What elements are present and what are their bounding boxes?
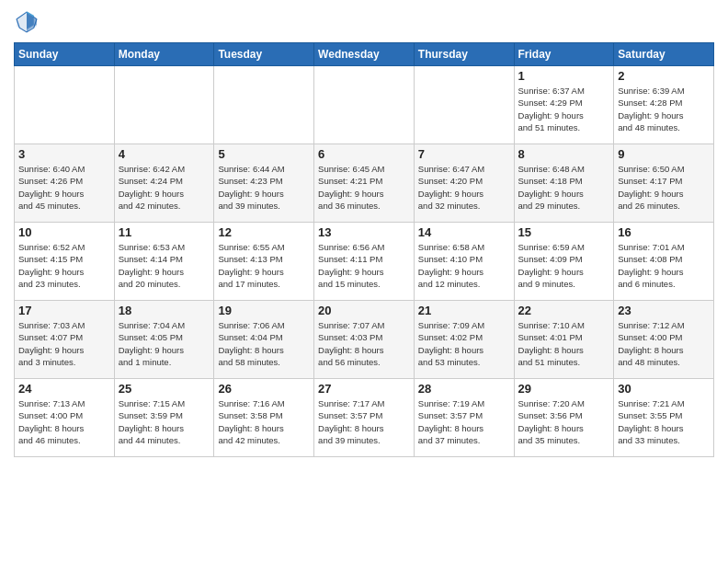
calendar-cell: 23Sunrise: 7:12 AM Sunset: 4:00 PM Dayli…	[614, 301, 714, 379]
day-number: 18	[119, 304, 210, 317]
day-number: 5	[218, 147, 310, 161]
calendar-cell: 4Sunrise: 6:42 AM Sunset: 4:24 PM Daylig…	[114, 144, 214, 223]
calendar-cell: 18Sunrise: 7:04 AM Sunset: 4:05 PM Dayli…	[114, 301, 214, 379]
calendar-cell: 7Sunrise: 6:47 AM Sunset: 4:20 PM Daylig…	[414, 144, 514, 223]
day-number: 20	[318, 304, 410, 317]
header-day-tuesday: Tuesday	[214, 43, 314, 66]
day-number: 6	[318, 147, 410, 161]
logo	[14, 9, 43, 35]
calendar-cell: 25Sunrise: 7:15 AM Sunset: 3:59 PM Dayli…	[114, 379, 214, 457]
calendar-cell: 17Sunrise: 7:03 AM Sunset: 4:07 PM Dayli…	[15, 301, 115, 379]
calendar-cell: 20Sunrise: 7:07 AM Sunset: 4:03 PM Dayli…	[314, 301, 415, 379]
day-info: Sunrise: 6:40 AM Sunset: 4:26 PM Dayligh…	[18, 163, 110, 212]
day-number: 19	[218, 304, 310, 317]
day-info: Sunrise: 6:44 AM Sunset: 4:23 PM Dayligh…	[218, 163, 310, 212]
day-info: Sunrise: 7:10 AM Sunset: 4:01 PM Dayligh…	[518, 319, 610, 368]
day-number: 13	[318, 225, 410, 239]
calendar-cell: 14Sunrise: 6:58 AM Sunset: 4:10 PM Dayli…	[414, 223, 514, 301]
day-number: 3	[18, 147, 110, 161]
calendar-header: SundayMondayTuesdayWednesdayThursdayFrid…	[15, 43, 714, 66]
day-number: 22	[518, 304, 610, 317]
header	[14, 9, 714, 35]
day-info: Sunrise: 7:06 AM Sunset: 4:04 PM Dayligh…	[218, 319, 310, 368]
day-number: 7	[418, 147, 510, 161]
day-number: 10	[18, 225, 110, 239]
day-info: Sunrise: 6:52 AM Sunset: 4:15 PM Dayligh…	[18, 241, 110, 290]
calendar-cell: 16Sunrise: 7:01 AM Sunset: 4:08 PM Dayli…	[614, 223, 714, 301]
day-number: 24	[18, 382, 110, 396]
day-info: Sunrise: 7:09 AM Sunset: 4:02 PM Dayligh…	[418, 319, 510, 368]
day-info: Sunrise: 6:50 AM Sunset: 4:17 PM Dayligh…	[618, 163, 710, 212]
day-number: 11	[119, 225, 210, 239]
calendar-cell	[214, 66, 314, 144]
day-number: 1	[518, 69, 610, 83]
day-info: Sunrise: 6:55 AM Sunset: 4:13 PM Dayligh…	[218, 241, 310, 290]
calendar-week-3: 17Sunrise: 7:03 AM Sunset: 4:07 PM Dayli…	[15, 301, 714, 379]
day-info: Sunrise: 7:17 AM Sunset: 3:57 PM Dayligh…	[318, 397, 410, 446]
calendar-cell: 9Sunrise: 6:50 AM Sunset: 4:17 PM Daylig…	[614, 144, 714, 223]
day-info: Sunrise: 7:13 AM Sunset: 4:00 PM Dayligh…	[18, 397, 110, 446]
day-number: 17	[18, 304, 110, 317]
day-number: 23	[618, 304, 710, 317]
calendar-cell: 10Sunrise: 6:52 AM Sunset: 4:15 PM Dayli…	[15, 223, 115, 301]
day-number: 30	[618, 382, 710, 396]
day-number: 16	[618, 225, 710, 239]
calendar-week-0: 1Sunrise: 6:37 AM Sunset: 4:29 PM Daylig…	[15, 66, 714, 144]
calendar-cell: 21Sunrise: 7:09 AM Sunset: 4:02 PM Dayli…	[414, 301, 514, 379]
day-info: Sunrise: 6:48 AM Sunset: 4:18 PM Dayligh…	[518, 163, 610, 212]
calendar-cell: 22Sunrise: 7:10 AM Sunset: 4:01 PM Dayli…	[514, 301, 614, 379]
day-info: Sunrise: 7:15 AM Sunset: 3:59 PM Dayligh…	[119, 397, 210, 446]
calendar-cell: 29Sunrise: 7:20 AM Sunset: 3:56 PM Dayli…	[514, 379, 614, 457]
day-info: Sunrise: 6:58 AM Sunset: 4:10 PM Dayligh…	[418, 241, 510, 290]
calendar-table: SundayMondayTuesdayWednesdayThursdayFrid…	[14, 42, 714, 457]
header-day-saturday: Saturday	[614, 43, 714, 66]
day-info: Sunrise: 7:20 AM Sunset: 3:56 PM Dayligh…	[518, 397, 610, 446]
day-number: 14	[418, 225, 510, 239]
calendar-week-4: 24Sunrise: 7:13 AM Sunset: 4:00 PM Dayli…	[15, 379, 714, 457]
day-number: 27	[318, 382, 410, 396]
calendar-cell	[414, 66, 514, 144]
day-info: Sunrise: 7:04 AM Sunset: 4:05 PM Dayligh…	[119, 319, 210, 368]
day-info: Sunrise: 6:47 AM Sunset: 4:20 PM Dayligh…	[418, 163, 510, 212]
day-number: 15	[518, 225, 610, 239]
calendar-cell	[314, 66, 415, 144]
header-day-monday: Monday	[114, 43, 214, 66]
calendar-cell: 19Sunrise: 7:06 AM Sunset: 4:04 PM Dayli…	[214, 301, 314, 379]
day-number: 29	[518, 382, 610, 396]
calendar-cell: 28Sunrise: 7:19 AM Sunset: 3:57 PM Dayli…	[414, 379, 514, 457]
header-day-friday: Friday	[514, 43, 614, 66]
day-number: 28	[418, 382, 510, 396]
header-day-sunday: Sunday	[15, 43, 115, 66]
day-info: Sunrise: 6:53 AM Sunset: 4:14 PM Dayligh…	[119, 241, 210, 290]
day-number: 25	[119, 382, 210, 396]
calendar-cell	[114, 66, 214, 144]
day-number: 26	[218, 382, 310, 396]
header-day-thursday: Thursday	[414, 43, 514, 66]
calendar-cell	[15, 66, 115, 144]
day-info: Sunrise: 6:39 AM Sunset: 4:28 PM Dayligh…	[618, 85, 710, 133]
calendar-cell: 15Sunrise: 6:59 AM Sunset: 4:09 PM Dayli…	[514, 223, 614, 301]
calendar-body: 1Sunrise: 6:37 AM Sunset: 4:29 PM Daylig…	[15, 66, 714, 457]
day-info: Sunrise: 7:21 AM Sunset: 3:55 PM Dayligh…	[618, 397, 710, 446]
calendar-cell: 6Sunrise: 6:45 AM Sunset: 4:21 PM Daylig…	[314, 144, 415, 223]
calendar-week-1: 3Sunrise: 6:40 AM Sunset: 4:26 PM Daylig…	[15, 144, 714, 223]
page-container: SundayMondayTuesdayWednesdayThursdayFrid…	[0, 0, 728, 462]
day-number: 12	[218, 225, 310, 239]
day-number: 8	[518, 147, 610, 161]
day-info: Sunrise: 7:01 AM Sunset: 4:08 PM Dayligh…	[618, 241, 710, 290]
day-info: Sunrise: 6:45 AM Sunset: 4:21 PM Dayligh…	[318, 163, 410, 212]
day-number: 2	[618, 69, 710, 83]
day-number: 21	[418, 304, 510, 317]
day-info: Sunrise: 7:19 AM Sunset: 3:57 PM Dayligh…	[418, 397, 510, 446]
calendar-cell: 11Sunrise: 6:53 AM Sunset: 4:14 PM Dayli…	[114, 223, 214, 301]
calendar-cell: 13Sunrise: 6:56 AM Sunset: 4:11 PM Dayli…	[314, 223, 415, 301]
calendar-cell: 5Sunrise: 6:44 AM Sunset: 4:23 PM Daylig…	[214, 144, 314, 223]
day-info: Sunrise: 6:59 AM Sunset: 4:09 PM Dayligh…	[518, 241, 610, 290]
header-row: SundayMondayTuesdayWednesdayThursdayFrid…	[15, 43, 714, 66]
calendar-cell: 26Sunrise: 7:16 AM Sunset: 3:58 PM Dayli…	[214, 379, 314, 457]
day-info: Sunrise: 7:12 AM Sunset: 4:00 PM Dayligh…	[618, 319, 710, 368]
header-day-wednesday: Wednesday	[314, 43, 415, 66]
day-info: Sunrise: 7:16 AM Sunset: 3:58 PM Dayligh…	[218, 397, 310, 446]
day-info: Sunrise: 6:56 AM Sunset: 4:11 PM Dayligh…	[318, 241, 410, 290]
calendar-cell: 24Sunrise: 7:13 AM Sunset: 4:00 PM Dayli…	[15, 379, 115, 457]
